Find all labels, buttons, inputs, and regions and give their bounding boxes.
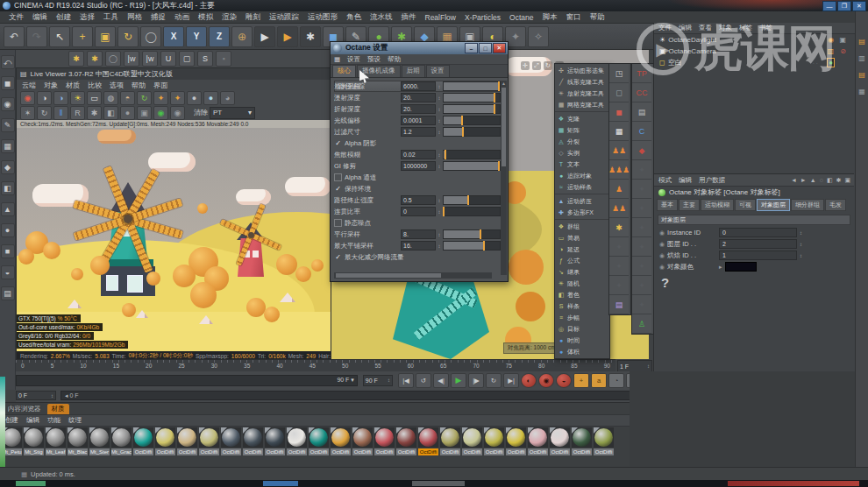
material-menu-item[interactable]: 纹理 bbox=[68, 416, 82, 425]
visibility-dots[interactable]: ∙∙ bbox=[813, 48, 820, 54]
snap-mode-icon[interactable]: ■ bbox=[1, 244, 15, 258]
stepper[interactable]: ↕ bbox=[436, 244, 443, 249]
live-selection-icon[interactable]: ↖ bbox=[49, 26, 70, 47]
timeline-range-slider[interactable]: 90 F ▾ bbox=[16, 375, 358, 386]
frame-increment-field[interactable]: 1 F ↕ bbox=[617, 360, 652, 372]
palette-icon[interactable]: ▤ bbox=[632, 102, 651, 122]
up-icon[interactable]: ▲ bbox=[810, 177, 816, 184]
material-item[interactable]: OctDiffi bbox=[220, 427, 242, 455]
render-view-button[interactable]: ◐ bbox=[521, 373, 537, 388]
palette-icon[interactable]: ✦ bbox=[632, 160, 651, 180]
lv-pin-icon[interactable]: ◉ bbox=[170, 106, 185, 120]
lv-settings-icon[interactable]: ✱ bbox=[87, 106, 102, 120]
object-manager-menu-item[interactable]: 编辑 bbox=[679, 24, 692, 32]
menu-item[interactable]: ●追踪对象 bbox=[555, 170, 609, 181]
expand-arrow-icon[interactable]: ▸ bbox=[719, 264, 722, 271]
live-viewer-menu-item[interactable]: 帮助 bbox=[132, 81, 146, 90]
lv-portrait-icon[interactable]: ◓ bbox=[120, 91, 135, 105]
palette-icon[interactable]: ♟♟ bbox=[609, 199, 629, 218]
object-manager-menu-item[interactable]: 对象 bbox=[719, 24, 732, 32]
loop-backward-button[interactable]: ↺ bbox=[416, 373, 431, 388]
live-viewer-menu-item[interactable]: 云端 bbox=[22, 81, 36, 90]
stepper[interactable]: ↕ bbox=[436, 130, 443, 135]
palette-icon[interactable]: ✦ bbox=[632, 257, 651, 276]
snap-icon[interactable]: ✧ bbox=[528, 26, 549, 47]
palette-icon[interactable]: ♙ bbox=[632, 314, 651, 334]
palette-icon[interactable]: ♟ bbox=[609, 180, 629, 199]
lv-alert-icon[interactable]: ✦ bbox=[153, 91, 168, 105]
checkbox[interactable] bbox=[334, 173, 342, 181]
menu-item[interactable]: ◑延迟 bbox=[555, 244, 609, 255]
material-item[interactable]: OctDiffi bbox=[439, 427, 461, 455]
menu-item[interactable]: ❖克隆 bbox=[555, 113, 609, 124]
z-axis-button[interactable]: Z bbox=[209, 26, 230, 47]
object-manager-menu-item[interactable]: 标签 bbox=[739, 24, 752, 32]
step-forward-button[interactable]: |▶ bbox=[468, 373, 484, 388]
field-value[interactable]: 1 bbox=[719, 251, 797, 260]
attribute-tab[interactable]: 运动模糊 bbox=[701, 199, 734, 211]
value-slider[interactable] bbox=[443, 127, 501, 137]
material-item[interactable]: Mt_Blac bbox=[67, 427, 89, 455]
menu-item[interactable]: ╱线形克隆工具 bbox=[555, 76, 609, 88]
value-field[interactable]: 1000000 bbox=[401, 161, 436, 171]
stepper[interactable]: ↕ bbox=[436, 198, 443, 203]
menu-item[interactable]: S样条 bbox=[555, 300, 609, 312]
stepper[interactable]: ↕ bbox=[436, 84, 443, 89]
material-menu-item[interactable]: 编辑 bbox=[26, 416, 39, 425]
material-item[interactable]: OctDiffi bbox=[395, 427, 417, 455]
panel-tab[interactable]: 内容浏览器 bbox=[4, 404, 46, 414]
lv-region-icon[interactable]: R bbox=[70, 106, 85, 120]
render-settings-button[interactable]: ◒ bbox=[556, 373, 572, 388]
power-slider-track[interactable]: ◂ 0 F bbox=[60, 391, 639, 400]
material-item[interactable]: OctDiffi bbox=[154, 427, 176, 455]
value-field[interactable]: 0.0001 bbox=[401, 116, 436, 125]
timeline-ruler[interactable]: 051015202530354045505560657075808590 bbox=[16, 359, 615, 371]
palette-icon[interactable]: ✦ bbox=[632, 180, 651, 199]
palette-icon[interactable]: ▦ bbox=[609, 122, 629, 141]
menu-item[interactable]: ✳随机 bbox=[555, 278, 609, 289]
zoom-view-icon[interactable]: ⤢ bbox=[532, 61, 541, 70]
material-item[interactable]: OctDiffi bbox=[132, 427, 154, 455]
palette-icon[interactable]: ✦ bbox=[632, 295, 651, 314]
lv-ball-icon[interactable]: ● bbox=[120, 106, 135, 120]
object-tag[interactable]: ⊘ bbox=[840, 47, 846, 55]
menu-item[interactable]: 帮助 bbox=[585, 12, 608, 23]
material-item[interactable]: OctDiffi bbox=[242, 427, 264, 455]
value-slider[interactable] bbox=[443, 229, 501, 239]
keyframe-ring-icon[interactable]: ◉ bbox=[659, 229, 665, 236]
back-icon[interactable]: ◄ bbox=[791, 177, 797, 184]
scale-icon[interactable]: ▣ bbox=[95, 26, 116, 47]
menu-item[interactable]: ƒ公式 bbox=[555, 255, 609, 266]
palette-icon[interactable]: CC bbox=[632, 83, 651, 102]
palette-icon[interactable]: ▤ bbox=[609, 295, 629, 314]
value-field[interactable]: 8. bbox=[401, 229, 436, 239]
attribute-menu-item[interactable]: 用户数据 bbox=[699, 176, 725, 185]
palette-icon[interactable]: ◻ bbox=[609, 83, 629, 102]
autokey-button[interactable]: a bbox=[591, 373, 607, 388]
visibility-dots[interactable]: ∙∙ bbox=[813, 60, 820, 66]
value-field[interactable]: 20. bbox=[401, 104, 436, 114]
dialog-maximize-button[interactable]: □ bbox=[479, 43, 492, 53]
dialog-menu-item[interactable]: 帮助 bbox=[388, 55, 401, 64]
dot-icon[interactable]: ▪ bbox=[216, 51, 231, 67]
menu-item[interactable]: ✳放射克隆工具 bbox=[555, 88, 609, 99]
stepper[interactable]: ↕ bbox=[436, 209, 443, 215]
ring-icon[interactable]: ◯ bbox=[105, 51, 121, 67]
live-viewer-titlebar[interactable]: ▤ Live Viewer 3.07-R2 中国C4D联盟中文汉化版 bbox=[17, 68, 331, 80]
object-manager-menu-item[interactable]: 书签 bbox=[759, 24, 772, 32]
search-icon[interactable]: ◌ bbox=[820, 177, 823, 184]
menu-item[interactable]: ◬分裂 bbox=[555, 136, 609, 147]
dock-icon[interactable]: ▣ bbox=[844, 177, 850, 184]
live-viewer-menu-item[interactable]: 选项 bbox=[110, 81, 124, 90]
workplane-y-icon[interactable]: |w bbox=[142, 51, 158, 67]
attribute-menu-item[interactable]: 编辑 bbox=[679, 176, 692, 185]
loop-forward-button[interactable]: ↻ bbox=[486, 373, 502, 388]
menu-item[interactable]: 工具 bbox=[99, 12, 123, 23]
palette-icon[interactable]: ✦ bbox=[632, 199, 651, 218]
live-viewer-menu-item[interactable]: 比较 bbox=[88, 81, 102, 90]
lv-render-icon[interactable]: ◉ bbox=[20, 91, 35, 105]
material-item[interactable]: OctDiffi bbox=[461, 427, 483, 455]
lv-contrast-icon[interactable]: ◑ bbox=[37, 91, 52, 105]
material-item[interactable]: OctDiffi bbox=[549, 427, 571, 455]
menu-item[interactable]: 运动跟踪 bbox=[265, 12, 303, 23]
